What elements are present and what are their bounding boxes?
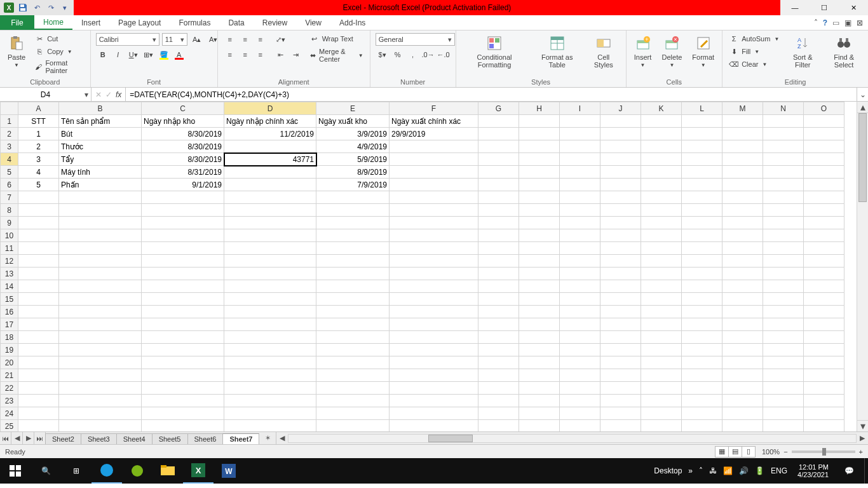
cell[interactable] bbox=[722, 280, 763, 293]
cell[interactable] bbox=[478, 382, 519, 395]
cell[interactable] bbox=[722, 166, 763, 179]
scroll-down-icon[interactable]: ▾ bbox=[857, 420, 868, 431]
column-header[interactable]: C bbox=[142, 102, 224, 115]
column-header[interactable]: E bbox=[316, 102, 390, 115]
cell[interactable] bbox=[18, 191, 59, 204]
cell[interactable] bbox=[519, 179, 560, 191]
cell[interactable] bbox=[519, 204, 560, 217]
cell[interactable] bbox=[519, 255, 560, 268]
cell[interactable] bbox=[142, 229, 224, 242]
cell[interactable] bbox=[478, 179, 519, 191]
format-painter-button[interactable]: 🖌Format Painter bbox=[33, 58, 85, 75]
row-header[interactable]: 24 bbox=[1, 407, 18, 420]
cell[interactable] bbox=[560, 382, 600, 395]
cell[interactable] bbox=[804, 318, 844, 331]
cell[interactable] bbox=[478, 280, 519, 293]
cell[interactable] bbox=[519, 166, 560, 179]
cell[interactable] bbox=[804, 268, 844, 280]
cell[interactable] bbox=[682, 280, 722, 293]
row-header[interactable]: 16 bbox=[1, 306, 18, 318]
cell[interactable] bbox=[641, 255, 682, 268]
cell[interactable] bbox=[18, 356, 59, 369]
row-header[interactable]: 14 bbox=[1, 280, 18, 293]
cell[interactable] bbox=[142, 242, 224, 255]
cell[interactable] bbox=[600, 140, 641, 153]
row-header[interactable]: 2 bbox=[1, 128, 18, 140]
excel-taskbar-icon[interactable]: X bbox=[183, 458, 214, 484]
cell[interactable] bbox=[682, 331, 722, 344]
cell[interactable] bbox=[600, 344, 641, 356]
cell[interactable] bbox=[600, 407, 641, 420]
cell[interactable] bbox=[641, 280, 682, 293]
cell[interactable] bbox=[316, 191, 390, 204]
cell[interactable]: Máy tính bbox=[59, 166, 142, 179]
tray-chevron-icon[interactable]: ˄ bbox=[699, 466, 703, 475]
cell[interactable] bbox=[722, 420, 763, 432]
cell[interactable] bbox=[519, 331, 560, 344]
sheet-nav-last-icon[interactable]: ⏭ bbox=[34, 432, 46, 444]
cell[interactable] bbox=[224, 166, 316, 179]
worksheet-grid[interactable]: ABCDEFGHIJKLMNO1STTTên sản phẩmNgày nhập… bbox=[0, 102, 868, 431]
delete-cells-button[interactable]: ×Delete▼ bbox=[660, 33, 685, 69]
cell[interactable] bbox=[478, 217, 519, 229]
cell[interactable] bbox=[478, 128, 519, 140]
cell[interactable] bbox=[600, 382, 641, 395]
cell[interactable] bbox=[560, 217, 600, 229]
tab-file[interactable]: File bbox=[0, 15, 34, 30]
cell[interactable] bbox=[519, 382, 560, 395]
cell[interactable] bbox=[641, 268, 682, 280]
cell[interactable] bbox=[390, 293, 478, 306]
row-header[interactable]: 20 bbox=[1, 356, 18, 369]
qat-customize-icon[interactable]: ▾ bbox=[60, 3, 70, 13]
cell[interactable] bbox=[600, 268, 641, 280]
cell[interactable] bbox=[722, 128, 763, 140]
cell[interactable]: 7/9/2019 bbox=[316, 179, 390, 191]
cell[interactable]: Tên sản phẩm bbox=[59, 115, 142, 128]
cell[interactable] bbox=[600, 293, 641, 306]
cell[interactable] bbox=[763, 407, 804, 420]
cell[interactable] bbox=[142, 280, 224, 293]
cell[interactable] bbox=[722, 204, 763, 217]
cell[interactable] bbox=[722, 229, 763, 242]
merge-center-button[interactable]: ⬌Merge & Center▼ bbox=[308, 47, 365, 64]
cell[interactable] bbox=[59, 420, 142, 432]
column-header[interactable]: I bbox=[560, 102, 600, 115]
app-taskbar-icon[interactable] bbox=[122, 458, 153, 484]
cell[interactable] bbox=[722, 153, 763, 166]
row-header[interactable]: 3 bbox=[1, 140, 18, 153]
cell[interactable] bbox=[763, 115, 804, 128]
new-sheet-button[interactable]: ✶ bbox=[259, 432, 276, 444]
cell[interactable] bbox=[18, 255, 59, 268]
cell[interactable] bbox=[519, 293, 560, 306]
increase-decimal-button[interactable]: .0→ bbox=[421, 48, 435, 61]
cell[interactable] bbox=[641, 407, 682, 420]
cell[interactable] bbox=[316, 280, 390, 293]
cell[interactable] bbox=[722, 217, 763, 229]
row-header[interactable]: 5 bbox=[1, 166, 18, 179]
cell[interactable] bbox=[600, 217, 641, 229]
currency-button[interactable]: $▾ bbox=[376, 48, 390, 61]
cell[interactable] bbox=[316, 420, 390, 432]
cell[interactable] bbox=[641, 128, 682, 140]
cell[interactable] bbox=[390, 318, 478, 331]
cell[interactable] bbox=[224, 229, 316, 242]
expand-formula-bar-icon[interactable]: ⌄ bbox=[857, 88, 868, 101]
cell[interactable] bbox=[316, 318, 390, 331]
cell[interactable] bbox=[560, 140, 600, 153]
cell[interactable] bbox=[804, 115, 844, 128]
scroll-left-icon[interactable]: ◀ bbox=[276, 434, 288, 442]
cell[interactable] bbox=[641, 395, 682, 407]
cell[interactable] bbox=[59, 268, 142, 280]
copy-button[interactable]: ⎘Copy▼ bbox=[33, 46, 85, 57]
cell[interactable] bbox=[316, 217, 390, 229]
scroll-up-icon[interactable]: ▴ bbox=[857, 102, 868, 113]
cell[interactable] bbox=[316, 395, 390, 407]
cell[interactable] bbox=[804, 204, 844, 217]
cell[interactable] bbox=[763, 217, 804, 229]
cell[interactable] bbox=[722, 407, 763, 420]
taskbar-clock[interactable]: 12:01 PM 4/23/2021 bbox=[792, 463, 834, 478]
cell[interactable] bbox=[722, 255, 763, 268]
cell[interactable] bbox=[478, 166, 519, 179]
bold-button[interactable]: B bbox=[96, 48, 110, 61]
cell[interactable] bbox=[519, 306, 560, 318]
